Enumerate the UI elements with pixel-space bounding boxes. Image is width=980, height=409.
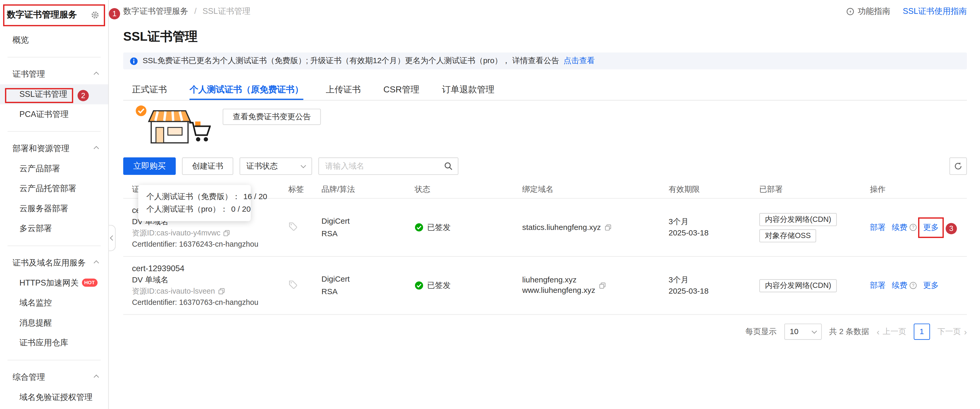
col-brand-algorithm: 品牌/算法 xyxy=(321,184,415,195)
renew-link[interactable]: 续费 xyxy=(892,280,908,291)
sidebar-item-cloud-server-deploy[interactable]: 云服务器部署 xyxy=(0,199,108,219)
sidebar-item-cloud-product-deploy[interactable]: 云产品部署 xyxy=(0,159,108,179)
domain-cell: liuhengfeng.xyz www.liuhengfeng.xyz xyxy=(522,275,668,296)
brand-cell: DigiCert RSA xyxy=(321,215,415,240)
hot-badge: HOT xyxy=(82,279,97,287)
sidebar-item-https-gateway[interactable]: HTTPS加速网关HOT xyxy=(0,273,108,293)
quota-free-label: 个人测试证书（免费版）： xyxy=(146,190,240,203)
tab-csr-management[interactable]: CSR管理 xyxy=(383,79,420,100)
status-cell: 已签发 xyxy=(415,280,522,291)
domain-cell: statics.liuhengfeng.xyz xyxy=(522,222,668,233)
notice-banner: SSL免费证书已更名为个人测试证书（免费版）; 升级证书（有效期12个月）更名为… xyxy=(123,52,967,70)
cert-id-link[interactable]: cert-12939054 xyxy=(132,263,288,274)
buy-now-button[interactable]: 立即购买 xyxy=(123,157,176,175)
tag-cell xyxy=(288,222,321,233)
more-link[interactable]: 更多 xyxy=(923,222,939,233)
sidebar-item-order-refund-management[interactable]: 订单退款管理 xyxy=(0,407,108,409)
resource-id: 资源ID:cas-ivauto-lsveen xyxy=(132,285,288,297)
next-page-label: 下一页 xyxy=(937,326,961,337)
deploy-cell: 内容分发网络(CDN) 对象存储OSS xyxy=(759,213,870,242)
sidebar-item-domain-auth-management[interactable]: 域名免验证授权管理 xyxy=(0,387,108,407)
sidebar-section-general-management[interactable]: 综合管理 xyxy=(0,367,108,387)
current-page-button[interactable]: 1 xyxy=(914,323,930,340)
sidebar-section-deploy-resource[interactable]: 部署和资源管理 xyxy=(0,139,108,159)
col-bound-domain: 绑定域名 xyxy=(522,184,668,195)
quota-free-row: 个人测试证书（免费版）： 16 / 20 xyxy=(146,190,243,203)
view-free-cert-announcement-button[interactable]: 查看免费证书变更公告 xyxy=(223,109,321,125)
breadcrumb-root[interactable]: 数字证书管理服务 xyxy=(123,6,188,16)
chevron-left-icon xyxy=(110,235,115,241)
cert-status-select-value: 证书状态 xyxy=(247,161,278,171)
status-cell: 已签发 xyxy=(415,222,522,233)
sidebar-item-cert-app-repository[interactable]: 证书应用仓库 xyxy=(0,333,108,353)
help-icon[interactable]: ? xyxy=(910,224,917,231)
cert-identifier: CertIdentifier: 16376243-cn-hangzhou xyxy=(132,239,288,250)
resource-id: 资源ID:cas-ivauto-y4mvwc xyxy=(132,227,288,239)
section-label: 综合管理 xyxy=(13,372,45,383)
feature-guide-link[interactable]: 功能指南 xyxy=(846,6,890,17)
banner-view-link[interactable]: 点击查看 xyxy=(563,55,595,66)
per-page-label: 每页显示 xyxy=(745,326,777,337)
copy-icon[interactable] xyxy=(223,230,230,236)
search-input[interactable] xyxy=(319,162,439,171)
deployment-chip-oss: 对象存储OSS xyxy=(759,229,816,242)
sidebar-item-message-reminder[interactable]: 消息提醒 xyxy=(0,313,108,333)
settings-gear-icon[interactable] xyxy=(91,11,100,19)
chevron-up-icon xyxy=(94,374,99,380)
more-link[interactable]: 更多 xyxy=(923,280,939,291)
sidebar-item-domain-monitoring[interactable]: 域名监控 xyxy=(0,293,108,313)
breadcrumb-separator: / xyxy=(194,6,197,16)
annotation-step-3: 3 xyxy=(946,223,957,234)
usage-guide-link[interactable]: SSL证书使用指南 xyxy=(903,6,967,17)
app-window: 数字证书管理服务 概览 证书管理 SSL证书管理 PCA证书管理 部署和资源管理… xyxy=(0,0,980,409)
tab-order-refund-management[interactable]: 订单退款管理 xyxy=(442,79,495,100)
validity-period: 3个月 xyxy=(668,274,759,285)
sidebar-item-multicloud-deploy[interactable]: 多云部署 xyxy=(0,219,108,239)
copy-icon[interactable] xyxy=(218,288,225,295)
action-cell: 部署 续费 ? 更多 xyxy=(870,280,967,291)
tab-official-cert[interactable]: 正式证书 xyxy=(132,79,167,100)
copy-icon[interactable] xyxy=(605,224,611,231)
toolbar: 立即购买 创建证书 证书状态 xyxy=(123,157,967,175)
chevron-up-icon xyxy=(94,260,99,265)
status-badge: 已签发 xyxy=(427,222,451,233)
tag-icon[interactable] xyxy=(288,280,298,291)
tab-personal-test-cert[interactable]: 个人测试证书（原免费证书） xyxy=(189,79,304,100)
sidebar-section-cert-management[interactable]: 证书管理 xyxy=(0,64,108,84)
sidebar-section-cert-domain-services[interactable]: 证书及域名应用服务 xyxy=(0,253,108,273)
refresh-button[interactable] xyxy=(950,157,967,175)
prev-page-label: 上一页 xyxy=(883,326,906,337)
renew-link[interactable]: 续费 xyxy=(892,222,908,233)
algorithm: RSA xyxy=(321,285,415,298)
deploy-link[interactable]: 部署 xyxy=(870,280,886,291)
cert-status-select[interactable]: 证书状态 xyxy=(240,157,312,175)
sidebar-item-ssl-cert-management[interactable]: SSL证书管理 xyxy=(0,84,108,105)
create-cert-button[interactable]: 创建证书 xyxy=(182,157,233,175)
free-cert-promo-area: 查看免费证书变更公告 xyxy=(123,100,967,153)
next-page-button[interactable]: 下一页 › xyxy=(937,326,967,337)
validity-cell: 3个月 2025-03-18 xyxy=(668,216,759,239)
breadcrumb-current: SSL证书管理 xyxy=(202,6,250,16)
guide-icon xyxy=(846,7,854,16)
tag-icon[interactable] xyxy=(288,222,298,233)
search-icon[interactable] xyxy=(439,158,458,174)
bound-domain: www.liuhengfeng.xyz xyxy=(522,285,595,296)
validity-period: 3个月 xyxy=(668,216,759,227)
page-title: SSL证书管理 xyxy=(123,27,967,45)
sidebar-item-pca-cert-management[interactable]: PCA证书管理 xyxy=(0,105,108,125)
breadcrumb: 数字证书管理服务 / SSL证书管理 xyxy=(123,6,250,17)
help-icon[interactable]: ? xyxy=(910,282,917,289)
copy-icon[interactable] xyxy=(599,282,606,289)
sidebar-item-cloud-product-hosted-deploy[interactable]: 云产品托管部署 xyxy=(0,179,108,199)
main-content: 数字证书管理服务 / SSL证书管理 功能指南 SSL证书使用指南 SSL证书管… xyxy=(110,0,980,409)
tab-upload-cert[interactable]: 上传证书 xyxy=(326,79,361,100)
deploy-link[interactable]: 部署 xyxy=(870,222,886,233)
sidebar-collapse-handle[interactable] xyxy=(109,225,116,251)
divider xyxy=(8,246,101,246)
prev-page-button[interactable]: ‹ 上一页 xyxy=(877,326,906,337)
chevron-left-icon: ‹ xyxy=(877,327,880,336)
sidebar-item-overview[interactable]: 概览 xyxy=(0,30,108,50)
info-icon xyxy=(129,57,138,65)
pagination: 每页显示 10 共 2 条数据 ‹ 上一页 1 下一页 › xyxy=(123,321,967,342)
page-size-select[interactable]: 10 xyxy=(784,323,822,340)
